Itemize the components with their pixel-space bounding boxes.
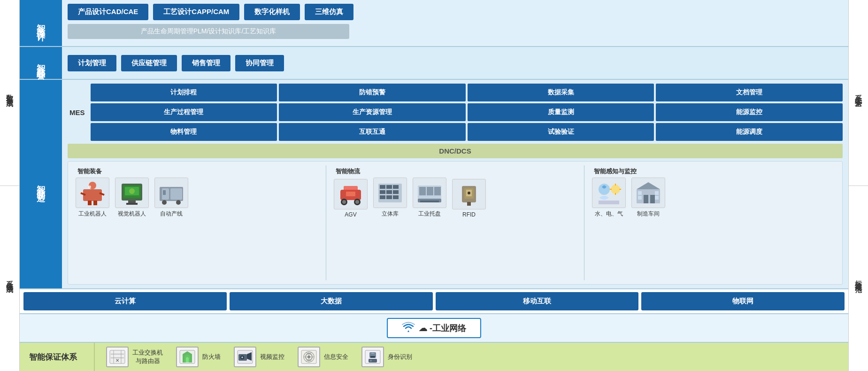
btn-digital-sample[interactable]: 数字化样机 xyxy=(244,4,300,20)
svg-rect-56 xyxy=(650,195,655,203)
btn-3d-sim[interactable]: 三维仿真 xyxy=(305,4,353,20)
mes-cell-10[interactable]: 试验验证 xyxy=(468,123,654,141)
svg-rect-38 xyxy=(427,187,433,195)
svg-rect-59 xyxy=(638,196,642,200)
design-content: 产品设计CAD/CAE 工艺设计CAPP/CAM 数字化样机 三维仿真 产品生命… xyxy=(62,0,848,46)
guarantee-item-switch: ✕ 工业交换机与路由器 xyxy=(106,347,163,367)
svg-rect-29 xyxy=(393,185,399,189)
btn-supply-chain[interactable]: 供应链管理 xyxy=(121,55,177,71)
btn-bigdata[interactable]: 大数据 xyxy=(230,292,433,310)
svg-rect-41 xyxy=(420,201,439,202)
warehouse-label: 立体库 xyxy=(382,210,399,218)
svg-rect-18 xyxy=(163,190,166,195)
svg-rect-11 xyxy=(126,203,138,205)
mes-label: MES xyxy=(68,84,87,141)
camera-icon xyxy=(234,347,256,367)
guarantee-item-camera: 视频监控 xyxy=(234,347,284,367)
row-guarantee: 智能保证体系 ✕ 工业交换机与路由器 xyxy=(20,343,848,371)
mes-cell-4[interactable]: 生产过程管理 xyxy=(91,103,277,121)
svg-rect-46 xyxy=(467,202,471,206)
utility-label: 水、电、气 xyxy=(595,210,623,218)
svg-rect-55 xyxy=(644,195,648,203)
btn-plan-mgmt[interactable]: 计划管理 xyxy=(68,55,116,71)
pallet-icon-box xyxy=(413,178,446,208)
right-label-security: 系统安全 xyxy=(849,0,868,186)
svg-rect-15 xyxy=(170,188,182,200)
row-intelligent-management: 智能经营 计划管理 供应链管理 销售管理 协同管理 xyxy=(20,47,848,80)
rfid-icon-box xyxy=(452,179,486,209)
mes-cell-1[interactable]: 防错预警 xyxy=(279,84,466,101)
smart-equip-group: 智能装备 xyxy=(72,165,322,280)
svg-rect-60 xyxy=(655,196,659,200)
smart-sense-items: 水、电、气 xyxy=(592,178,665,218)
btn-iot[interactable]: 物联网 xyxy=(641,292,845,310)
btn-mobile[interactable]: 移动互联 xyxy=(436,292,639,310)
plm-bar: 产品生命周期管理PLM/设计知识库/工艺知识库 xyxy=(68,24,349,39)
divider-1 xyxy=(326,165,326,280)
label-intelligent-mfg: 智能制造 xyxy=(20,80,62,288)
row-intelligent-design: 智能设计 产品设计CAD/CAE 工艺设计CAPP/CAM 数字化样机 三维仿真… xyxy=(20,0,848,47)
industry-net-label: ☁ -工业网络 xyxy=(387,318,481,338)
mes-cell-6[interactable]: 质量监测 xyxy=(468,103,654,121)
smart-item-warehouse: 立体库 xyxy=(373,178,407,218)
svg-rect-31 xyxy=(386,190,392,194)
guarantee-item-firewall: 防火墙 xyxy=(176,347,221,367)
camera-label: 视频监控 xyxy=(260,353,284,361)
btn-sales-mgmt[interactable]: 销售管理 xyxy=(182,55,230,71)
smart-item-agv: AGV xyxy=(334,179,368,218)
svg-point-12 xyxy=(129,188,135,194)
label-intelligent-design: 智能设计 xyxy=(20,0,62,46)
mes-section: MES 计划排程 防错预警 数据采集 文档管理 生产过程管理 生产资源管理 质量… xyxy=(68,84,843,141)
svg-point-6 xyxy=(88,186,91,188)
svg-rect-0 xyxy=(83,189,102,201)
robot-label: 工业机器人 xyxy=(78,210,107,218)
btn-capp-cam[interactable]: 工艺设计CAPP/CAM xyxy=(153,4,239,20)
smart-sense-group: 智能感知与监控 xyxy=(588,165,838,280)
svg-rect-24 xyxy=(344,186,358,191)
security-label: 信息安全 xyxy=(324,353,348,361)
mgmt-btn-row: 计划管理 供应链管理 销售管理 协同管理 xyxy=(68,55,284,71)
mes-cell-11[interactable]: 能源调度 xyxy=(656,123,843,141)
smart-logistics-title: 智能物流 xyxy=(334,167,360,176)
mes-grid: 计划排程 防错预警 数据采集 文档管理 生产过程管理 生产资源管理 质量监测 能… xyxy=(91,84,843,141)
mes-cell-0[interactable]: 计划排程 xyxy=(91,84,277,101)
main-wrapper: 数据集成 系统集成 智能设计 产品设计CAD/CAE 工艺设计CAPP/CAM … xyxy=(0,0,868,371)
workshop-label: 制造车间 xyxy=(637,210,660,218)
btn-cloud[interactable]: 云计算 xyxy=(23,292,227,310)
mes-cell-2[interactable]: 数据采集 xyxy=(468,84,654,101)
svg-rect-39 xyxy=(434,187,441,195)
smart-logistics-items: AGV xyxy=(334,178,486,218)
svg-rect-32 xyxy=(393,190,399,194)
identity-label: 身份识别 xyxy=(388,353,412,361)
smart-equip-items: 工业机器人 xyxy=(76,178,188,218)
smart-item-robot: 工业机器人 xyxy=(76,178,109,218)
svg-rect-37 xyxy=(419,187,426,195)
guarantee-item-identity: 身份识别 xyxy=(361,347,412,367)
pallet-label: 工业托盘 xyxy=(418,210,441,218)
utility-icon-box xyxy=(592,178,626,208)
agv-icon-box xyxy=(334,179,368,209)
svg-rect-57 xyxy=(638,191,642,195)
switch-icon: ✕ xyxy=(106,347,129,367)
security-icon xyxy=(298,347,320,367)
right-labels: 系统安全 标准规范 xyxy=(848,0,868,371)
wifi-icon xyxy=(402,322,415,334)
vision-icon-box xyxy=(115,178,149,208)
smart-item-pallet: 工业托盘 xyxy=(413,178,446,218)
guarantee-items: ✕ 工业交换机与路由器 防火墙 xyxy=(95,343,423,371)
btn-cad-cae[interactable]: 产品设计CAD/CAE xyxy=(68,4,148,20)
mes-cell-5[interactable]: 生产资源管理 xyxy=(279,103,466,121)
btn-collab-mgmt[interactable]: 协同管理 xyxy=(235,55,284,71)
smart-item-workshop: 制造车间 xyxy=(631,178,665,218)
guarantee-label: 智能保证体系 xyxy=(20,343,95,371)
smart-item-autoline: 自动产线 xyxy=(154,178,188,218)
mes-cell-7[interactable]: 能源监控 xyxy=(656,103,843,121)
mes-cell-9[interactable]: 互联互通 xyxy=(279,123,466,141)
svg-rect-33 xyxy=(380,195,385,199)
identity-icon xyxy=(361,347,384,367)
mes-cell-3[interactable]: 文档管理 xyxy=(656,84,843,101)
autoline-icon-box xyxy=(154,178,188,208)
mes-cell-8[interactable]: 物料管理 xyxy=(91,123,277,141)
smart-item-rfid: RFID xyxy=(452,179,486,218)
switch-label: 工业交换机与路由器 xyxy=(132,348,163,365)
